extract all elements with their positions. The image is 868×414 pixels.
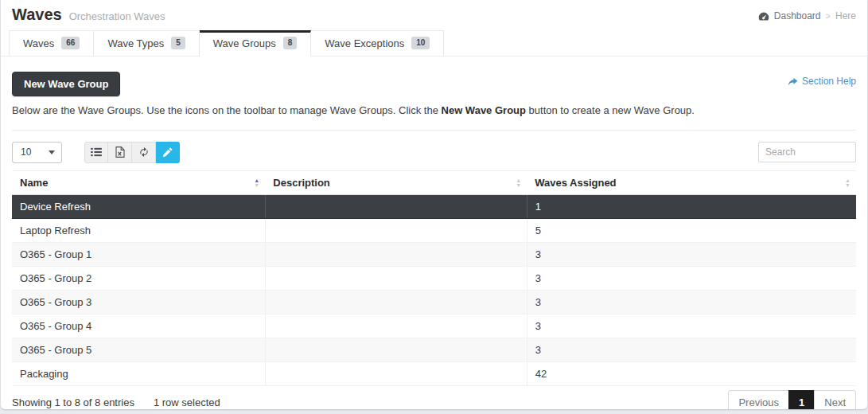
column-header-waves-assigned[interactable]: Waves Assigned▲▼ — [527, 171, 856, 195]
list-view-button[interactable] — [84, 142, 108, 163]
cell-name: O365 - Group 3 — [12, 291, 265, 314]
breadcrumb: Dashboard > Here — [758, 6, 856, 21]
list-view-icon — [91, 147, 102, 157]
tab-waves[interactable]: Waves66 — [9, 30, 94, 57]
column-header-name[interactable]: Name▲▼ — [12, 171, 265, 195]
page-title: Waves — [12, 6, 62, 24]
cell-waves-assigned: 3 — [527, 267, 856, 291]
previous-page-button[interactable]: Previous — [728, 390, 789, 409]
cell-description — [265, 362, 527, 386]
cell-waves-assigned: 42 — [527, 362, 856, 386]
table-row[interactable]: O365 - Group 23 — [12, 267, 856, 291]
cell-description — [265, 219, 527, 243]
forward-arrow-icon — [788, 77, 798, 86]
breadcrumb-separator: > — [826, 11, 831, 21]
page-size-select[interactable]: 10 — [12, 142, 62, 163]
tab-count-badge: 5 — [171, 37, 185, 49]
tab-count-badge: 8 — [283, 37, 298, 49]
cell-name: Device Refresh — [12, 195, 265, 219]
table-row[interactable]: O365 - Group 33 — [12, 291, 856, 314]
tab-count-badge: 66 — [61, 37, 80, 49]
toolbar-button-group — [84, 142, 180, 163]
cell-description — [265, 314, 527, 338]
edit-pencil-icon — [162, 147, 173, 158]
table-row[interactable]: O365 - Group 53 — [12, 338, 856, 362]
table-footer: Showing 1 to 8 of 8 entries 1 row select… — [12, 390, 856, 409]
search-input[interactable] — [758, 142, 856, 162]
column-label: Name — [20, 177, 48, 189]
cell-waves-assigned: 5 — [527, 219, 856, 243]
table-row[interactable]: O365 - Group 13 — [12, 243, 856, 267]
cell-name: O365 - Group 5 — [12, 338, 265, 362]
table-toolbar: 10 — [12, 141, 856, 163]
cell-description — [265, 243, 527, 267]
dashboard-icon — [758, 11, 769, 21]
pagination: Previous 1 Next — [728, 390, 856, 409]
cell-name: Packaging — [12, 362, 265, 386]
cell-name: O365 - Group 4 — [12, 314, 265, 338]
tab-wave-types[interactable]: Wave Types5 — [94, 30, 199, 57]
refresh-button[interactable] — [132, 142, 156, 163]
edit-button[interactable] — [156, 142, 180, 163]
cell-name: O365 - Group 1 — [12, 243, 265, 267]
tab-label: Wave Types — [107, 37, 164, 49]
page-number-button[interactable]: 1 — [788, 390, 815, 409]
cell-name: O365 - Group 2 — [12, 267, 265, 291]
cell-waves-assigned: 3 — [527, 314, 856, 338]
table-body: Device Refresh1Laptop Refresh5O365 - Gro… — [12, 195, 856, 386]
tab-label: Waves — [23, 37, 54, 49]
table-row[interactable]: Laptop Refresh5 — [12, 219, 856, 243]
breadcrumb-current: Here — [835, 10, 856, 21]
tab-label: Wave Exceptions — [325, 37, 404, 49]
table-row[interactable]: Device Refresh1 — [12, 195, 856, 219]
table-row[interactable]: O365 - Group 43 — [12, 314, 856, 338]
sort-arrows-icon: ▲▼ — [254, 178, 259, 188]
excel-export-icon — [115, 146, 125, 158]
breadcrumb-home[interactable]: Dashboard — [774, 10, 821, 21]
new-wave-group-button[interactable]: New Wave Group — [12, 72, 120, 96]
cell-description — [265, 291, 527, 314]
tab-wave-groups[interactable]: Wave Groups8 — [200, 30, 312, 57]
divider — [12, 130, 856, 131]
cell-description — [265, 338, 527, 362]
tab-wave-exceptions[interactable]: Wave Exceptions10 — [311, 30, 444, 57]
excel-export-button[interactable] — [108, 142, 132, 163]
cell-waves-assigned: 3 — [527, 243, 856, 267]
table-row[interactable]: Packaging42 — [12, 362, 856, 386]
sort-arrows-icon: ▲▼ — [516, 178, 521, 188]
cell-name: Laptop Refresh — [12, 219, 265, 243]
cell-waves-assigned: 3 — [527, 291, 856, 314]
column-label: Waves Assigned — [535, 177, 616, 189]
cell-description — [265, 267, 527, 291]
cell-description — [265, 195, 527, 219]
tab-bar: Waves66Wave Types5Wave Groups8Wave Excep… — [1, 30, 867, 57]
page-subtitle: Orchestration Waves — [69, 10, 165, 22]
table-header-row: Name▲▼Description▲▼Waves Assigned▲▼ — [12, 171, 856, 195]
rows-selected-label: 1 row selected — [154, 396, 220, 408]
tab-count-badge: 10 — [411, 37, 430, 49]
section-description: Below are the Wave Groups. Use the icons… — [12, 104, 856, 116]
column-header-description[interactable]: Description▲▼ — [265, 171, 527, 195]
showing-entries-label: Showing 1 to 8 of 8 entries — [12, 396, 134, 408]
cell-waves-assigned: 3 — [527, 338, 856, 362]
next-page-button[interactable]: Next — [814, 390, 856, 409]
column-label: Description — [273, 177, 330, 189]
sort-arrows-icon: ▲▼ — [845, 178, 850, 188]
cell-waves-assigned: 1 — [527, 195, 856, 219]
section-help-link[interactable]: Section Help — [788, 72, 856, 87]
refresh-icon — [138, 146, 150, 158]
main-panel: Waves Orchestration Waves Dashboard > He… — [1, 0, 867, 409]
tab-label: Wave Groups — [213, 37, 276, 49]
page-header: Waves Orchestration Waves Dashboard > He… — [1, 0, 867, 27]
wave-groups-table: Name▲▼Description▲▼Waves Assigned▲▼ Devi… — [12, 170, 856, 386]
